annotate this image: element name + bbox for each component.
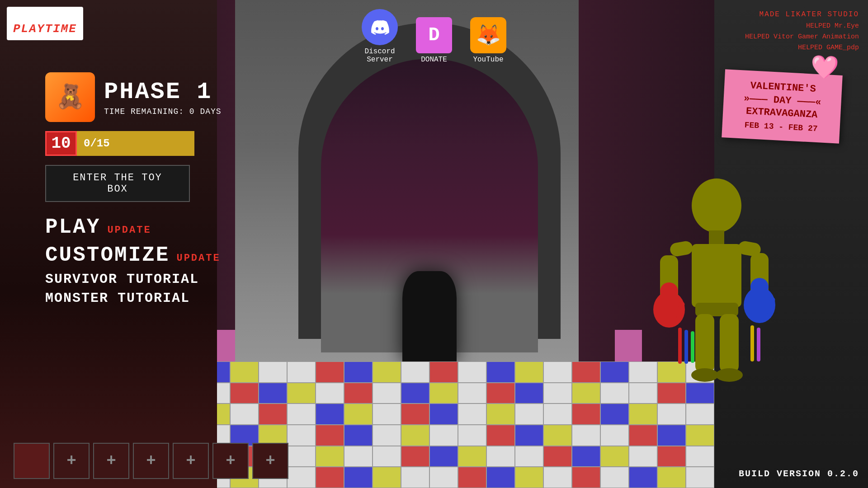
svg-point-0 — [692, 178, 741, 233]
logo-project-text: PROJECT: — [13, 10, 77, 22]
youtube-button[interactable]: 🦊 YouTube — [470, 17, 506, 64]
donate-button[interactable]: D DONATE — [416, 17, 452, 64]
menu-panel: 🧸 PHASE 1 TIME REMAINING: 0 DAYS 10 0/15… — [45, 72, 222, 310]
slot-4[interactable]: + — [173, 443, 209, 479]
customize-update-badge: UPDATE — [176, 253, 220, 264]
slot-3[interactable]: + — [133, 443, 169, 479]
svg-rect-10 — [665, 298, 670, 319]
youtube-label: YouTube — [473, 56, 503, 64]
character-mannequin — [642, 169, 787, 398]
valentines-card: 🩷 VALENTINE'S »——— DAY ———« EXTRAVAGANZA… — [722, 69, 843, 143]
svg-point-8 — [660, 282, 678, 300]
game-logo: PROJECT: PLAYTIME — [7, 7, 83, 40]
svg-rect-25 — [684, 330, 688, 364]
play-menu-item[interactable]: PLAY UPDATE — [45, 216, 222, 239]
social-bar: DiscordServer D DONATE 🦊 YouTube — [362, 9, 506, 64]
slot-5-plus: + — [226, 452, 236, 470]
monster-tutorial-item[interactable]: MONSTER TUTORIAL — [45, 291, 222, 306]
valentines-heart-icon: 🩷 — [810, 53, 839, 82]
svg-point-23 — [716, 368, 743, 382]
time-remaining: TIME REMAINING: 0 DAYS — [104, 107, 222, 116]
svg-rect-3 — [669, 240, 693, 257]
youtube-icon: 🦊 — [470, 17, 506, 53]
customize-label: CUSTOMIZE — [45, 244, 170, 267]
logo-box: PROJECT: PLAYTIME — [7, 7, 83, 40]
phase-icon: 🧸 — [45, 72, 95, 122]
svg-point-14 — [750, 278, 769, 296]
phase-title: PHASE 1 — [104, 79, 222, 105]
discord-label: DiscordServer — [364, 47, 395, 64]
slot-2-plus: + — [106, 452, 116, 470]
valentines-title: VALENTINE'S »——— DAY ———« EXTRAVAGANZA — [732, 79, 833, 122]
play-label: PLAY — [45, 216, 100, 239]
svg-rect-21 — [720, 314, 739, 373]
svg-rect-28 — [757, 328, 760, 361]
progress-section: 10 0/15 — [45, 131, 222, 156]
logo-playtime-text: PLAYTIME — [13, 22, 77, 36]
slot-4-plus: + — [186, 452, 196, 470]
progress-bar: 0/15 — [77, 131, 194, 156]
customize-menu-item[interactable]: CUSTOMIZE UPDATE — [45, 244, 222, 267]
slot-2[interactable]: + — [93, 443, 129, 479]
survivor-tutorial-label: SURVIVOR TUTORIAL — [45, 272, 199, 287]
donate-label: DONATE — [421, 56, 447, 64]
donate-icon: D — [416, 17, 452, 53]
slot-6-plus: + — [265, 452, 275, 470]
svg-rect-2 — [692, 244, 741, 307]
bottom-slots: + + + + + + — [14, 443, 288, 479]
svg-rect-16 — [755, 294, 760, 314]
slot-3-plus: + — [146, 452, 156, 470]
svg-rect-24 — [678, 328, 682, 364]
hallway-background: (function(){ const colors = ['white','re… — [145, 0, 714, 488]
build-version: BUILD VERSION 0.2.0 — [739, 469, 859, 479]
credits-helped-2: HELPED Vitor Gamer Animation — [745, 32, 859, 42]
credits-made-by: MADE LIKATER STUDIO — [745, 9, 859, 21]
phase-info: PHASE 1 TIME REMAINING: 0 DAYS — [104, 79, 222, 116]
progress-text: 0/15 — [84, 137, 110, 150]
slot-1-plus: + — [66, 452, 76, 470]
slot-6[interactable]: + — [252, 443, 288, 479]
valentines-line1: VALENTINE'S — [750, 80, 816, 95]
svg-rect-1 — [709, 230, 724, 244]
discord-icon — [362, 9, 398, 45]
discord-button[interactable]: DiscordServer — [362, 9, 398, 64]
survivor-tutorial-item[interactable]: SURVIVOR TUTORIAL — [45, 272, 222, 287]
svg-rect-26 — [691, 331, 694, 363]
creature-silhouette — [402, 271, 457, 361]
slot-1[interactable]: + — [53, 443, 90, 479]
svg-rect-27 — [750, 325, 754, 361]
svg-point-22 — [691, 368, 718, 382]
slot-5[interactable]: + — [212, 443, 249, 479]
play-update-badge: UPDATE — [107, 225, 151, 236]
credits-panel: MADE LIKATER STUDIO HELPED Mr.Eye HELPED… — [745, 9, 859, 53]
credits-helped-1: HELPED Mr.Eye — [745, 21, 859, 32]
monster-tutorial-label: MONSTER TUTORIAL — [45, 291, 190, 306]
phase-section: 🧸 PHASE 1 TIME REMAINING: 0 DAYS — [45, 72, 222, 122]
enter-toybox-button[interactable]: ENTER THE TOY BOX — [45, 165, 190, 202]
credits-helped-3: HELPED GAME_pdp — [745, 42, 859, 53]
svg-rect-20 — [695, 314, 714, 373]
wave-badge: 10 — [45, 131, 77, 156]
valentines-line3: EXTRAVAGANZA — [745, 106, 818, 121]
slot-0[interactable] — [14, 443, 50, 479]
